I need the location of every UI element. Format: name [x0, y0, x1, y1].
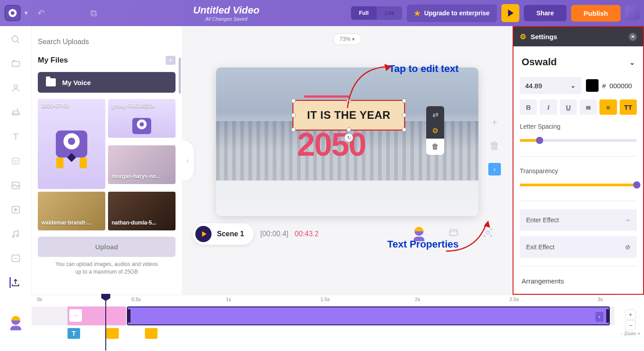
- scene-play-button[interactable]: [195, 226, 212, 242]
- annotation-arrow-icon: [344, 63, 393, 112]
- share-button[interactable]: Share: [524, 5, 567, 21]
- star-icon: ★: [414, 9, 420, 18]
- upload-tab-icon[interactable]: [9, 277, 20, 288]
- gear-icon[interactable]: ⚙: [426, 122, 444, 139]
- year-text[interactable]: 2050: [297, 126, 365, 163]
- tool-rail: BG +: [0, 26, 32, 295]
- thumb-label: waldemar-brandt-...: [41, 220, 102, 226]
- time-ruler: 0s 0.5s 1s 1.5s 2s 2.5s 3s: [32, 295, 617, 305]
- close-icon[interactable]: ✕: [629, 33, 637, 41]
- italic-button[interactable]: I: [540, 99, 557, 115]
- svg-text:BG: BG: [14, 160, 18, 163]
- zoom-out-button[interactable]: −: [625, 320, 636, 330]
- delete-icon[interactable]: 🗑: [488, 140, 501, 152]
- track-tag[interactable]: [145, 328, 158, 339]
- ruler-mark: 1.5s: [320, 297, 330, 302]
- search-icon[interactable]: [10, 34, 21, 45]
- enter-effect-button[interactable]: Enter Effect →: [520, 209, 637, 231]
- next-icon[interactable]: ›: [488, 163, 501, 176]
- color-picker[interactable]: # 000000: [586, 77, 637, 94]
- font-size-value: 44.89: [525, 82, 542, 90]
- upload-thumb[interactable]: waldemar-brandt-...: [38, 192, 105, 230]
- ruler-mark: 0s: [37, 297, 42, 302]
- none-icon: ⊘: [625, 243, 630, 251]
- letter-spacing-slider[interactable]: [520, 139, 637, 142]
- annotation-tap-edit: Tap to edit text: [389, 63, 459, 75]
- video-title[interactable]: Untitled Video: [106, 4, 347, 16]
- ruler-mark: 3s: [598, 297, 603, 302]
- trash-icon[interactable]: 🗑: [426, 139, 444, 155]
- character-icon[interactable]: [10, 83, 21, 94]
- transparency-slider[interactable]: [520, 184, 637, 186]
- zoom-in-button[interactable]: +: [625, 310, 636, 320]
- logo-area[interactable]: ▼: [5, 5, 29, 21]
- resize-handle[interactable]: [291, 99, 296, 103]
- character-track-icon[interactable]: [10, 316, 21, 330]
- scene-clip[interactable]: ‹: [127, 306, 610, 325]
- video-icon[interactable]: [10, 58, 21, 69]
- text-icon[interactable]: [10, 131, 21, 142]
- effects-icon[interactable]: +: [10, 253, 21, 264]
- resize-handle[interactable]: [402, 113, 406, 117]
- upload-thumb[interactable]: 2020-07-08: [38, 99, 105, 189]
- playhead[interactable]: [106, 294, 110, 351]
- annotation-arrow-icon: [445, 220, 490, 256]
- align-center-button[interactable]: ≡: [599, 99, 617, 115]
- audio-icon[interactable]: [10, 229, 21, 239]
- copy-icon[interactable]: ⧉: [86, 8, 102, 18]
- collapse-panel-button[interactable]: ‹: [181, 140, 194, 181]
- scrollbar[interactable]: [179, 58, 181, 94]
- search-input[interactable]: [38, 32, 176, 52]
- add-icon[interactable]: +: [488, 116, 501, 129]
- background-icon[interactable]: BG: [10, 156, 21, 166]
- svg-point-15: [16, 235, 18, 237]
- resize-handle[interactable]: [291, 113, 296, 117]
- font-select[interactable]: Oswald ⌄: [520, 53, 637, 72]
- zoom-level[interactable]: 73% ▾: [333, 33, 361, 45]
- underline-button[interactable]: U: [560, 99, 577, 115]
- case-button[interactable]: TT: [620, 99, 637, 115]
- play-icon: [202, 231, 207, 237]
- undo-icon[interactable]: ↶: [33, 8, 50, 18]
- svg-point-14: [12, 236, 14, 238]
- upload-thumb[interactable]: group 50618@2x: [108, 99, 176, 138]
- scene-chip[interactable]: Scene 1: [193, 223, 254, 245]
- resize-handle[interactable]: [402, 127, 406, 132]
- props-icon[interactable]: [10, 107, 21, 118]
- resize-handle[interactable]: [347, 127, 351, 132]
- bold-button[interactable]: B: [520, 99, 537, 115]
- scene-track[interactable]: → ‹: [32, 306, 614, 325]
- add-folder-button[interactable]: +: [166, 56, 176, 65]
- thumb-label: 2020-07-08: [41, 103, 102, 109]
- upload-thumb[interactable]: morgan-harys-no...: [108, 145, 176, 184]
- publish-button[interactable]: Publish: [571, 5, 621, 22]
- chevron-left-icon[interactable]: ‹: [595, 312, 603, 322]
- slider-thumb[interactable]: [633, 181, 640, 189]
- text-track-tag[interactable]: T: [68, 328, 80, 339]
- slider-thumb[interactable]: [536, 137, 543, 144]
- swap-icon[interactable]: ⇄: [426, 106, 444, 122]
- clip-handle[interactable]: [128, 309, 131, 323]
- clip-handle[interactable]: [606, 309, 609, 323]
- folder-my-voice[interactable]: My Voice: [38, 72, 176, 93]
- scenes-icon[interactable]: [10, 204, 21, 215]
- font-size-select[interactable]: 44.89 ⌄: [520, 77, 581, 94]
- resize-handle[interactable]: [291, 127, 296, 132]
- resize-handle[interactable]: [402, 99, 406, 103]
- exit-effect-button[interactable]: Exit Effect ⊘: [520, 236, 637, 258]
- full-mode-button[interactable]: Full: [351, 6, 377, 20]
- list-button[interactable]: ≣: [580, 99, 597, 115]
- upload-thumb[interactable]: nathan-dumla-5...: [108, 192, 176, 230]
- upgrade-button[interactable]: ★ Upgrade to enterprise: [407, 4, 496, 22]
- format-row: B I U ≣ ≡ TT: [520, 99, 637, 115]
- lite-mode-button[interactable]: Lite: [377, 6, 402, 20]
- canvas-side-actions: + 🗑 ›: [488, 116, 501, 176]
- rotate-handle[interactable]: ↻: [344, 133, 353, 142]
- timeline-body[interactable]: 0s 0.5s 1s 1.5s 2s 2.5s 3s → ‹ T: [32, 295, 617, 351]
- upload-button[interactable]: Upload: [38, 237, 176, 257]
- preview-play-button[interactable]: [501, 4, 519, 22]
- transparency-label: Transparency: [520, 167, 637, 175]
- arrow-right-icon: →: [624, 216, 630, 224]
- user-avatar[interactable]: [625, 6, 639, 20]
- image-icon[interactable]: [10, 180, 21, 191]
